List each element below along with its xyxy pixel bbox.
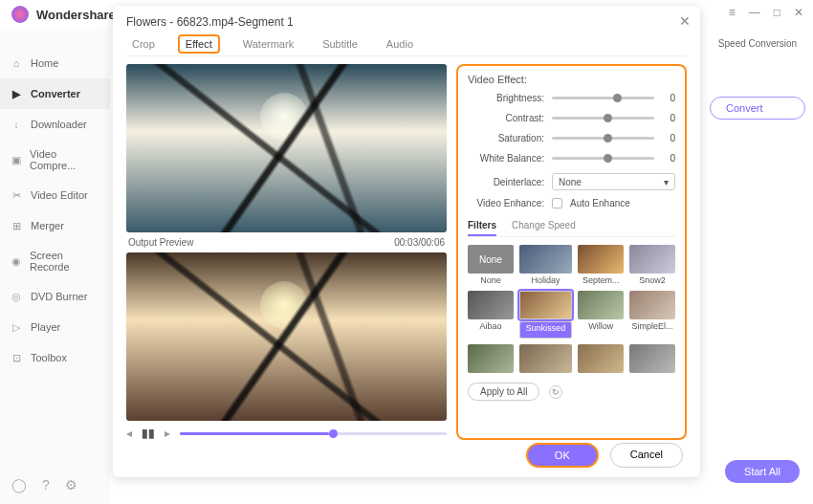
- sidebar-item-label: Video Editor: [31, 189, 88, 201]
- settings-icon[interactable]: ⚙: [65, 477, 77, 493]
- contrast-slider[interactable]: [552, 117, 654, 120]
- minimize-icon[interactable]: —: [749, 6, 760, 19]
- effects-panel: Video Effect: Brightness:0 Contrast:0 Sa…: [456, 64, 687, 440]
- sidebar-item-merger[interactable]: ⊞Merger: [0, 210, 110, 241]
- modal-title: Flowers - 66823.mp4-Segment 1: [126, 15, 687, 29]
- tab-subtitle[interactable]: Subtitle: [317, 34, 363, 54]
- contrast-label: Contrast:: [468, 113, 544, 123]
- play-controls: ◂ ▮▮ ▸: [126, 427, 447, 440]
- convert-button[interactable]: Convert: [710, 97, 805, 120]
- sidebar-item-player[interactable]: ▷Player: [0, 312, 110, 342]
- bottom-icons: ◯ ? ⚙: [11, 477, 77, 493]
- start-all-button[interactable]: Start All: [725, 460, 800, 483]
- chevron-down-icon: ▾: [664, 177, 669, 187]
- modal-close-icon[interactable]: ✕: [679, 13, 691, 29]
- menu-icon[interactable]: ≡: [729, 6, 736, 19]
- progress-slider[interactable]: [180, 432, 447, 435]
- converter-icon: ▶: [10, 87, 23, 100]
- timecode: 00:03/00:06: [394, 237, 445, 248]
- tab-watermark[interactable]: Watermark: [237, 34, 299, 54]
- sidebar-item-label: Home: [31, 57, 58, 69]
- close-icon[interactable]: ✕: [794, 6, 803, 19]
- auto-enhance-option: Auto Enhance: [570, 198, 630, 208]
- filter-item[interactable]: [519, 344, 573, 375]
- whitebalance-label: White Balance:: [468, 153, 544, 164]
- grid-icon: ⊡: [10, 351, 23, 364]
- filter-item[interactable]: [629, 344, 675, 375]
- right-panel: Speed Conversion Convert: [710, 38, 805, 120]
- next-button[interactable]: ▸: [165, 427, 170, 440]
- sidebar-item-label: Video Compre...: [30, 148, 100, 171]
- sidebar-item-compressor[interactable]: ▣Video Compre...: [0, 140, 110, 180]
- brightness-label: Brightness:: [468, 93, 544, 103]
- sidebar-item-label: Toolbox: [31, 352, 67, 363]
- sub-tab-filters[interactable]: Filters: [468, 216, 496, 236]
- speed-conversion-label: Speed Conversion: [710, 38, 805, 49]
- play-icon: ▷: [10, 320, 23, 334]
- enhance-label: Video Enhance:: [468, 198, 544, 208]
- whitebalance-value: 0: [662, 153, 675, 164]
- disc-icon: ◎: [10, 290, 23, 303]
- brightness-value: 0: [662, 93, 675, 103]
- whitebalance-slider[interactable]: [552, 157, 654, 160]
- sidebar-item-converter[interactable]: ▶Converter: [0, 78, 110, 109]
- contrast-value: 0: [662, 113, 675, 123]
- sidebar-item-label: Downloader: [31, 119, 87, 130]
- filter-item[interactable]: [578, 344, 624, 375]
- filter-snow2[interactable]: Snow2: [629, 245, 675, 285]
- sub-tab-speed[interactable]: Change Speed: [512, 216, 576, 236]
- merge-icon: ⊞: [10, 219, 23, 232]
- brand-name: Wondershare: [36, 8, 116, 22]
- tab-effect[interactable]: Effect: [178, 34, 220, 54]
- output-preview: [126, 252, 447, 421]
- prev-button[interactable]: ◂: [126, 427, 132, 440]
- filter-aibao[interactable]: Aibao: [468, 291, 514, 339]
- download-icon: ↓: [10, 118, 23, 131]
- video-effect-title: Video Effect:: [468, 74, 675, 85]
- filter-willow[interactable]: Willow: [578, 291, 624, 339]
- filter-simpleel[interactable]: SimpleEl...: [629, 291, 675, 339]
- sidebar-item-label: Player: [31, 321, 60, 333]
- sidebar-item-editor[interactable]: ✂Video Editor: [0, 180, 110, 210]
- sidebar-item-toolbox[interactable]: ⊡Toolbox: [0, 342, 110, 373]
- saturation-value: 0: [662, 133, 675, 143]
- filter-none[interactable]: NoneNone: [468, 245, 514, 285]
- sidebar-item-recorder[interactable]: ◉Screen Recorde: [0, 241, 110, 281]
- sidebar-item-label: Merger: [31, 220, 64, 231]
- tab-audio[interactable]: Audio: [381, 34, 419, 54]
- window-controls: ≡ — □ ✕: [729, 6, 803, 19]
- sidebar-item-downloader[interactable]: ↓Downloader: [0, 109, 110, 140]
- filter-grid: NoneNone Holiday Septem... Snow2 Aibao S…: [468, 245, 675, 375]
- apply-to-all-button[interactable]: Apply to All: [468, 383, 539, 401]
- auto-enhance-checkbox[interactable]: [552, 198, 562, 208]
- effect-sub-tabs: Filters Change Speed: [468, 216, 675, 237]
- filter-september[interactable]: Septem...: [578, 245, 624, 285]
- effect-modal: Flowers - 66823.mp4-Segment 1 ✕ Crop Eff…: [113, 6, 700, 477]
- filter-sunkissed[interactable]: Sunkissed: [519, 291, 573, 339]
- reset-icon[interactable]: ↻: [549, 385, 562, 399]
- output-preview-label: Output Preview: [128, 237, 193, 248]
- filter-holiday[interactable]: Holiday: [519, 245, 573, 285]
- tab-crop[interactable]: Crop: [126, 34, 161, 54]
- cancel-button[interactable]: Cancel: [610, 443, 683, 468]
- help-icon[interactable]: ?: [42, 477, 50, 493]
- deinterlace-label: Deinterlace:: [468, 177, 544, 187]
- sidebar-item-home[interactable]: ⌂Home: [0, 48, 110, 78]
- home-icon: ⌂: [10, 56, 23, 70]
- brand-logo-icon: [11, 6, 29, 23]
- maximize-icon[interactable]: □: [774, 6, 780, 19]
- sidebar-item-label: DVD Burner: [31, 291, 87, 302]
- compress-icon: ▣: [10, 153, 22, 166]
- user-icon[interactable]: ◯: [11, 477, 27, 493]
- edit-tabs: Crop Effect Watermark Subtitle Audio: [126, 34, 687, 56]
- sidebar-item-label: Converter: [31, 88, 80, 99]
- sidebar-item-dvd[interactable]: ◎DVD Burner: [0, 281, 110, 312]
- ok-button[interactable]: OK: [526, 443, 599, 468]
- pause-button[interactable]: ▮▮: [142, 427, 155, 440]
- filter-item[interactable]: [468, 344, 514, 375]
- saturation-slider[interactable]: [552, 137, 654, 140]
- deinterlace-select[interactable]: None▾: [552, 173, 675, 190]
- sidebar-item-label: Screen Recorde: [30, 250, 100, 273]
- scissors-icon: ✂: [10, 188, 23, 202]
- brightness-slider[interactable]: [552, 97, 654, 99]
